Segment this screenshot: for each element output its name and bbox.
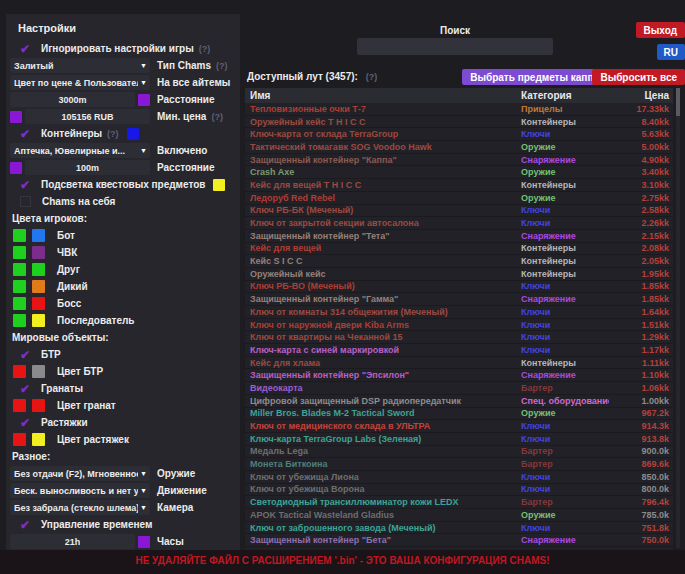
- color-swatch[interactable]: [13, 280, 26, 293]
- table-row[interactable]: Ключ-карта от склада TerraGroupКлючи5.63…: [245, 128, 673, 141]
- table-row[interactable]: Ключ от заброшенного завода (Меченый)Клю…: [245, 522, 673, 535]
- loot-scrollbar[interactable]: [676, 88, 680, 548]
- color-swatch[interactable]: [138, 94, 150, 106]
- item-name: Оружейный кейс: [245, 269, 521, 279]
- color-swatch[interactable]: [32, 280, 45, 293]
- color-swatch[interactable]: [13, 399, 26, 412]
- check-icon[interactable]: ✔: [18, 382, 32, 396]
- value-input[interactable]: 3000m: [10, 92, 135, 107]
- table-row[interactable]: Ключ-карта с синей маркировкойКлючи1.17k…: [245, 344, 673, 357]
- table-row[interactable]: Защищенный контейнер "Каппа"Снаряжение4.…: [245, 154, 673, 167]
- dropdown[interactable]: Без отдачи (F2), Мгновенное п▼: [10, 466, 150, 481]
- color-swatch[interactable]: [13, 263, 26, 276]
- table-row[interactable]: Ледоруб Red RebelОружие2.75kk: [245, 192, 673, 205]
- drop-all-button[interactable]: Выбросить все: [592, 69, 685, 85]
- table-row[interactable]: Miller Bros. Blades M-2 Tactical SwordОр…: [245, 408, 673, 421]
- item-name: Ключ-карта от склада TerraGroup: [245, 129, 521, 139]
- table-row[interactable]: Тепловизионные очки Т-7Прицелы17.33kk: [245, 103, 673, 116]
- item-price: 8.40kk: [609, 117, 673, 127]
- table-row[interactable]: Светодиодный трансиллюминатор кожи LEDXБ…: [245, 496, 673, 509]
- color-swatch[interactable]: [32, 399, 45, 412]
- language-button[interactable]: RU: [657, 44, 685, 60]
- table-row[interactable]: Ключ от комнаты 314 общежития (Меченый)К…: [245, 306, 673, 319]
- table-row[interactable]: Медаль LegaБартер900.0k: [245, 446, 673, 459]
- dropdown-label: Тип Chams: [157, 60, 211, 71]
- item-name: Цифровой защищенный DSP радиопередатчик: [245, 396, 521, 406]
- color-swatch[interactable]: [32, 365, 45, 378]
- checkbox[interactable]: [20, 196, 31, 207]
- color-swatch[interactable]: [13, 246, 26, 259]
- table-row[interactable]: Защищенный контейнер "Бета"Снаряжение750…: [245, 534, 673, 547]
- check-icon[interactable]: ✔: [18, 127, 32, 141]
- table-row[interactable]: Ключ от убежища ЛионаКлючи850.0k: [245, 471, 673, 484]
- select-kappa-items-button[interactable]: Выбрать предметы каппа: [462, 69, 607, 85]
- color-swatch[interactable]: [127, 128, 139, 140]
- table-row[interactable]: Кейс для вещейКонтейнеры2.08kk: [245, 243, 673, 256]
- input-wrap: 105156 RUB: [10, 109, 150, 124]
- color-swatch[interactable]: [32, 314, 45, 327]
- table-row[interactable]: Кейс S I C CКонтейнеры2.05kk: [245, 255, 673, 268]
- table-row[interactable]: Crash AxeОружие3.40kk: [245, 166, 673, 179]
- table-row[interactable]: Цифровой защищенный DSP радиопередатчикС…: [245, 395, 673, 408]
- settings-row: Беск. выносливость и нет уста▼Движение: [10, 482, 236, 499]
- table-row[interactable]: Ключ от убежища ВоронаКлючи800.0k: [245, 484, 673, 497]
- table-row[interactable]: Защищенный контейнер "Эпсилон"Снаряжение…: [245, 369, 673, 382]
- input-label: Расстояние: [157, 94, 215, 105]
- column-header-name[interactable]: Имя: [245, 90, 521, 101]
- table-row[interactable]: Защищенный контейнер "Гамма"Снаряжение1.…: [245, 293, 673, 306]
- table-row[interactable]: Оружейный кейс T H I C CКонтейнеры8.40kk: [245, 116, 673, 129]
- color-swatch[interactable]: [138, 536, 150, 548]
- color-swatch[interactable]: [213, 179, 225, 191]
- table-row[interactable]: Кейс для хламаКонтейнеры1.11kk: [245, 357, 673, 370]
- color-swatch[interactable]: [13, 433, 26, 446]
- color-swatch[interactable]: [32, 263, 45, 276]
- check-icon[interactable]: ✔: [18, 348, 32, 362]
- settings-row: Друг: [10, 261, 236, 278]
- color-swatch[interactable]: [13, 365, 26, 378]
- color-swatch[interactable]: [13, 314, 26, 327]
- table-row[interactable]: Ключ от наружной двери Kiba ArmsКлючи1.5…: [245, 319, 673, 332]
- scrollbar-thumb[interactable]: [676, 88, 680, 116]
- table-row[interactable]: Монета БиткоинаБартер869.6k: [245, 458, 673, 471]
- color-swatch[interactable]: [13, 297, 26, 310]
- value-input[interactable]: 105156 RUB: [25, 109, 150, 124]
- color-swatch[interactable]: [32, 433, 45, 446]
- dropdown-value: Цвет по цене & Пользователь: [14, 78, 138, 88]
- column-header-category[interactable]: Категория: [521, 90, 609, 101]
- table-row[interactable]: Ключ от медицинского склада в УЛЬТРАКлюч…: [245, 420, 673, 433]
- table-row[interactable]: Ключ-карта TerraGroup Labs (Зеленая)Ключ…: [245, 433, 673, 446]
- table-row[interactable]: Оружейный кейсКонтейнеры1.95kk: [245, 268, 673, 281]
- check-icon[interactable]: ✔: [18, 416, 32, 430]
- table-row[interactable]: Ключ РБ-БК (Меченый)Ключи2.58kk: [245, 205, 673, 218]
- dropdown[interactable]: Беск. выносливость и нет уста▼: [10, 483, 150, 498]
- table-row[interactable]: Ключ от закрытой секции автосалонаКлючи2…: [245, 217, 673, 230]
- exit-button[interactable]: Выход: [636, 22, 685, 38]
- search-input[interactable]: [357, 38, 553, 55]
- table-row[interactable]: Кейс для вещей T H I C CКонтейнеры3.10kk: [245, 179, 673, 192]
- color-swatch[interactable]: [13, 229, 26, 242]
- color-swatch[interactable]: [10, 111, 22, 123]
- color-swatch[interactable]: [32, 297, 45, 310]
- value-input[interactable]: 21h: [10, 534, 135, 549]
- check-icon[interactable]: ✔: [18, 42, 32, 56]
- input-label: Часы: [157, 536, 184, 547]
- table-row[interactable]: ВидеокартаБартер1.06kk: [245, 382, 673, 395]
- column-header-price[interactable]: Цена: [609, 90, 673, 101]
- color-swatch[interactable]: [32, 246, 45, 259]
- table-row[interactable]: Тактический томагавк SOG Voodoo HawkОруж…: [245, 141, 673, 154]
- dropdown[interactable]: Залитый▼: [10, 58, 150, 73]
- color-swatch[interactable]: [10, 162, 22, 174]
- table-row[interactable]: APOK Tactical Wasteland GladiusОружие785…: [245, 509, 673, 522]
- dropdown[interactable]: Цвет по цене & Пользователь▼: [10, 75, 150, 90]
- table-row[interactable]: Ключ РБ-ВО (Меченый)Ключи1.85kk: [245, 281, 673, 294]
- color-swatch[interactable]: [32, 229, 45, 242]
- value-input[interactable]: 100m: [25, 160, 150, 175]
- table-row[interactable]: Защищенный контейнер "Тета"Снаряжение2.1…: [245, 230, 673, 243]
- dropdown[interactable]: Без забрала (стекло шлема)▼: [10, 500, 150, 515]
- dropdown[interactable]: Аптечка, Ювелирные и...▼: [10, 143, 150, 158]
- check-icon[interactable]: ✔: [18, 518, 32, 532]
- item-category: Ключи: [521, 332, 609, 342]
- settings-row: ЧВК: [10, 244, 236, 261]
- check-icon[interactable]: ✔: [18, 178, 32, 192]
- table-row[interactable]: Ключ от квартиры на Чеканной 15Ключи1.29…: [245, 331, 673, 344]
